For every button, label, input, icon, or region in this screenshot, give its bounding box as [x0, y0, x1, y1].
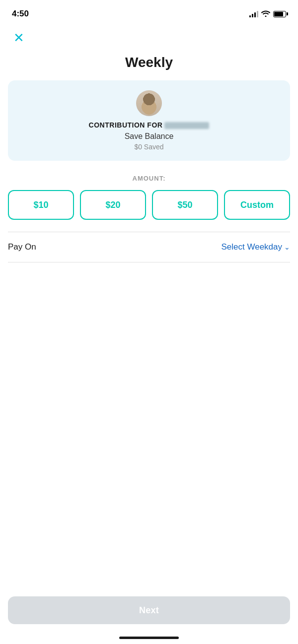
home-indicator	[119, 637, 179, 639]
next-button[interactable]: Next	[8, 596, 290, 624]
select-weekday-label: Select Weekday	[221, 242, 282, 252]
signal-icon	[249, 10, 258, 17]
amount-custom-button[interactable]: Custom	[224, 190, 290, 220]
close-icon: ✕	[13, 31, 24, 44]
pay-on-row: Pay On Select Weekday ⌄	[0, 232, 298, 262]
amount-20-button[interactable]: $20	[80, 190, 146, 220]
status-icons	[249, 10, 286, 18]
contribution-card: CONTRIBUTION FOR Save Balance $0 Saved	[8, 80, 290, 161]
header: ✕	[0, 25, 298, 51]
battery-icon	[273, 11, 286, 17]
next-button-container: Next	[8, 596, 290, 624]
chevron-down-icon: ⌄	[284, 243, 290, 251]
page-title: Weekly	[0, 55, 298, 70]
wifi-icon	[261, 10, 270, 18]
amount-section: AMOUNT: $10 $20 $50 Custom	[0, 175, 298, 220]
pay-on-label: Pay On	[8, 242, 36, 252]
contribution-label: CONTRIBUTION FOR	[89, 121, 210, 129]
avatar	[136, 90, 162, 116]
contribution-saved: $0 Saved	[134, 143, 163, 151]
amount-label: AMOUNT:	[8, 175, 290, 182]
blurred-name	[164, 122, 209, 129]
bottom-divider	[8, 262, 290, 262]
amount-buttons: $10 $20 $50 Custom	[8, 190, 290, 220]
amount-10-button[interactable]: $10	[8, 190, 74, 220]
status-time: 4:50	[12, 9, 29, 19]
contribution-sub: Save Balance	[125, 132, 174, 141]
amount-50-button[interactable]: $50	[152, 190, 218, 220]
select-weekday-button[interactable]: Select Weekday ⌄	[221, 242, 290, 252]
status-bar: 4:50	[0, 0, 298, 25]
close-button[interactable]: ✕	[10, 29, 28, 47]
